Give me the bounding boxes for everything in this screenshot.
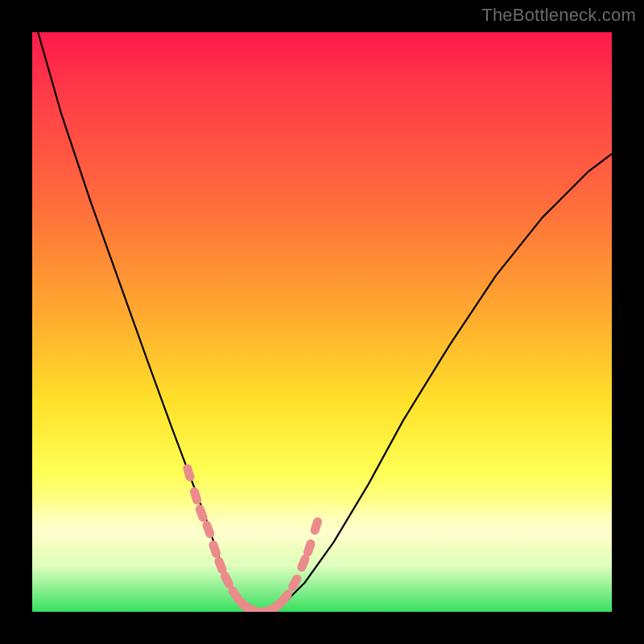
marker-capsule	[189, 486, 203, 506]
marker-capsule	[309, 516, 323, 535]
marker-capsule	[208, 539, 221, 559]
plot-area	[32, 32, 612, 612]
curve-svg	[32, 32, 612, 612]
marker-capsule	[287, 573, 303, 593]
marker-capsule	[302, 539, 316, 558]
marker-capsule	[182, 463, 196, 482]
chart-frame: TheBottleneck.com	[0, 0, 644, 644]
bottleneck-curve	[38, 32, 612, 612]
watermark-text: TheBottleneck.com	[481, 5, 636, 26]
marker-capsule	[201, 520, 216, 539]
highlighted-points	[182, 463, 323, 612]
